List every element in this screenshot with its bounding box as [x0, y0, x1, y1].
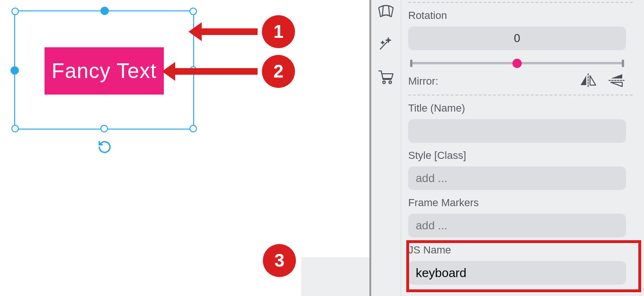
- section-divider: [408, 2, 633, 3]
- js-name-label: JS Name: [408, 244, 633, 256]
- rotate-reset-icon[interactable]: [98, 140, 112, 156]
- annotation-number-3: 3: [274, 251, 284, 271]
- resize-handle-top-middle[interactable]: [100, 7, 109, 15]
- annotation-badge-3: 3: [263, 244, 296, 277]
- slider-min-tick: [410, 60, 412, 67]
- fancy-text-widget[interactable]: Fancy Text: [45, 47, 164, 95]
- style-class-input[interactable]: [408, 166, 626, 190]
- inspector-panel: Rotation 0 Mirror:: [371, 0, 644, 296]
- resize-handle-bottom-right[interactable]: [189, 125, 197, 132]
- rotation-label: Rotation: [408, 9, 633, 22]
- frame-markers-label: Frame Markers: [408, 197, 633, 209]
- rotation-value-display[interactable]: 0: [408, 26, 626, 50]
- annotation-number-1: 1: [273, 22, 283, 42]
- resize-handle-bottom-middle[interactable]: [100, 125, 108, 132]
- js-name-input[interactable]: [408, 261, 626, 285]
- annotation-badge-1: 1: [262, 15, 295, 48]
- annotation-badge-2: 2: [262, 55, 295, 88]
- slider-thumb[interactable]: [512, 59, 522, 68]
- resize-handle-middle-left[interactable]: [10, 66, 19, 75]
- perspective-icon[interactable]: [377, 4, 395, 21]
- rotation-slider[interactable]: [408, 58, 626, 69]
- slider-max-tick: [622, 60, 624, 67]
- svg-point-2: [389, 81, 391, 83]
- svg-point-1: [383, 81, 385, 83]
- section-divider: [408, 95, 633, 96]
- canvas-area[interactable]: Fancy Text 1 2 3: [0, 0, 369, 296]
- annotation-arrow-1: [201, 28, 258, 35]
- resize-handle-bottom-left[interactable]: [11, 125, 19, 132]
- annotation-number-2: 2: [273, 61, 283, 82]
- mirror-horizontal-icon[interactable]: [579, 73, 598, 90]
- cart-icon[interactable]: [377, 68, 395, 87]
- tool-strip: [371, 0, 401, 296]
- resize-handle-top-left[interactable]: [11, 8, 19, 15]
- annotation-arrow-2: [174, 68, 258, 75]
- frame-markers-input[interactable]: [408, 214, 626, 237]
- style-class-label: Style [Class]: [408, 149, 633, 162]
- resize-handle-top-right[interactable]: [189, 8, 197, 15]
- mirror-label: Mirror:: [408, 75, 438, 87]
- title-label: Title (Name): [408, 102, 633, 114]
- title-input[interactable]: [408, 119, 626, 143]
- mirror-vertical-icon[interactable]: [607, 73, 626, 90]
- fancy-text-label: Fancy Text: [52, 59, 157, 83]
- rotation-value: 0: [514, 32, 520, 45]
- magic-wand-icon[interactable]: [377, 35, 394, 54]
